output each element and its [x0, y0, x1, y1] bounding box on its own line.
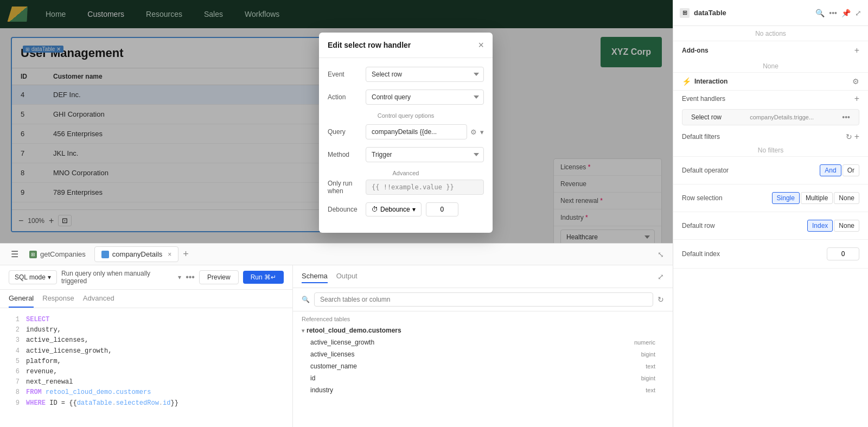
row-selection-btn-group: Single Multiple None: [772, 192, 859, 204]
event-handlers-section: Event handlers +: [673, 91, 868, 107]
default-row-label: Default row: [682, 222, 715, 230]
schema-field-row: industry text: [297, 384, 668, 396]
or-button[interactable]: Or: [843, 164, 859, 176]
no-actions-text: No actions: [755, 26, 786, 42]
right-panel-more-button[interactable]: •••: [829, 9, 837, 17]
sql-mode-chevron: ▾: [48, 273, 51, 281]
schema-field-row: active_licenses bigint: [297, 348, 668, 360]
default-filters-section: Default filters ↻ +: [673, 128, 868, 144]
right-side-panel: ⊞ dataTable 🔍 ••• 📌 ⤢ No actions Add-ons…: [673, 0, 868, 427]
bottom-panel: ☰ ⊞ getCompanies companyDetails × + ⤡ SQ…: [0, 243, 673, 427]
addons-add-button[interactable]: +: [854, 46, 859, 55]
modal-action-value: Control query: [366, 90, 484, 105]
modal-query-dropdown[interactable]: ▾: [480, 128, 484, 136]
code-line-8: 8 FROM retool_cloud_demo.customers: [9, 387, 284, 398]
tab-company-details[interactable]: companyDetails ×: [94, 246, 179, 262]
close-company-details-tab[interactable]: ×: [168, 251, 171, 258]
filter-refresh-button[interactable]: ↻: [846, 132, 852, 142]
modal-body: Event Select row Action Control query Co…: [319, 58, 493, 233]
db-name: retool_cloud_demo.customers: [307, 327, 401, 334]
add-query-button[interactable]: +: [183, 248, 189, 260]
sub-tab-advanced[interactable]: Advanced: [83, 290, 114, 308]
schema-tabs: Schema Output ⤢: [293, 265, 673, 288]
right-panel-pin-button[interactable]: 📌: [841, 9, 851, 17]
modal-advanced-label[interactable]: Advanced: [328, 170, 484, 176]
schema-field-name: id: [310, 374, 315, 382]
and-button[interactable]: And: [820, 164, 841, 176]
get-companies-label: getCompanies: [40, 250, 86, 258]
sub-tab-general[interactable]: General: [9, 290, 34, 308]
modal-method-select[interactable]: Trigger: [366, 147, 484, 162]
modal-close-button[interactable]: ×: [478, 40, 484, 50]
default-operator-label: Default operator: [682, 167, 729, 174]
modal-debounce-label: Debounce: [328, 206, 366, 213]
code-line-9: 9 WHERE ID = {{dataTable.selectedRow.id}…: [9, 398, 284, 409]
collapse-bottom-panel[interactable]: ⤡: [658, 250, 664, 259]
event-handlers-add-button[interactable]: +: [854, 94, 859, 104]
schema-field-name: industry: [310, 386, 333, 394]
filter-actions: ↻ +: [846, 132, 859, 142]
schema-refresh-button[interactable]: ↻: [658, 295, 664, 304]
debounce-chevron: ▾: [412, 206, 416, 213]
select-row-handler-value: companyDetails.trigge...: [750, 114, 814, 120]
code-editor[interactable]: 1 SELECT 2 industry, 3 active_licenses, …: [0, 308, 292, 427]
modal-debounce-input[interactable]: [426, 202, 458, 216]
default-row-section: Default row Index None: [673, 212, 868, 240]
modal-only-run-input[interactable]: [366, 180, 484, 195]
multiple-button[interactable]: Multiple: [801, 192, 833, 204]
tab-get-companies[interactable]: ⊞ getCompanies: [23, 247, 92, 262]
addons-none-text: None: [763, 58, 778, 74]
modal-event-select[interactable]: Select row: [366, 67, 484, 82]
query-tabs-menu-button[interactable]: ☰: [9, 247, 21, 262]
schema-search-input[interactable]: [314, 292, 653, 307]
filter-add-button[interactable]: +: [854, 132, 859, 142]
code-line-4: 4 active_license_growth,: [9, 346, 284, 356]
code-line-5: 5 platform,: [9, 356, 284, 367]
right-panel-widget-icon: ⊞: [680, 8, 690, 18]
interaction-settings-button[interactable]: ⚙: [852, 77, 859, 86]
default-index-input[interactable]: [827, 247, 859, 260]
default-row-btn-group: Index None: [807, 220, 859, 232]
query-editor: SQL mode ▾ Run query only when manually …: [0, 265, 293, 427]
modal-query-input[interactable]: [366, 124, 467, 139]
toolbar-more-button[interactable]: •••: [186, 272, 195, 282]
schema-tab-schema[interactable]: Schema: [302, 270, 328, 283]
schema-db-row[interactable]: ▾ retool_cloud_demo.customers: [297, 324, 668, 336]
query-panel-inner: SQL mode ▾ Run query only when manually …: [0, 265, 673, 427]
right-panel-search-button[interactable]: 🔍: [815, 9, 825, 17]
schema-fields: active_license_growth numeric active_lic…: [297, 336, 668, 396]
schema-expand-button[interactable]: ⤢: [658, 272, 664, 281]
run-button[interactable]: Run ⌘↵: [243, 271, 284, 284]
operator-btn-group: And Or: [820, 164, 859, 176]
schema-field-row: active_license_growth numeric: [297, 336, 668, 348]
no-actions-section: No actions: [673, 26, 868, 41]
default-index-section: Default index: [673, 240, 868, 269]
schema-field-row: customer_name text: [297, 360, 668, 372]
index-button[interactable]: Index: [807, 220, 833, 232]
row-selection-label: Row selection: [682, 194, 723, 202]
modal-action-select[interactable]: Control query: [366, 90, 484, 105]
preview-button[interactable]: Preview: [199, 270, 239, 284]
default-operator-row: Default operator And Or: [682, 161, 859, 180]
sub-tab-response[interactable]: Response: [42, 290, 74, 308]
modal-query-settings[interactable]: ⚙: [470, 128, 477, 136]
schema-tab-output[interactable]: Output: [336, 270, 358, 283]
default-row-row: Default row Index None: [682, 216, 859, 235]
code-line-6: 6 revenue,: [9, 367, 284, 377]
default-index-label: Default index: [682, 250, 720, 258]
row-selection-section: Row selection Single Multiple None: [673, 184, 868, 212]
get-companies-icon: ⊞: [29, 251, 37, 258]
single-button[interactable]: Single: [772, 192, 800, 204]
schema-field-name: active_license_growth: [310, 339, 374, 346]
right-panel-collapse-button[interactable]: ⤢: [855, 9, 861, 17]
handler-more-button[interactable]: •••: [842, 113, 850, 122]
none-default-button[interactable]: None: [834, 220, 859, 232]
modal-only-run-value: [366, 180, 484, 195]
select-row-handler-row[interactable]: Select row companyDetails.trigge... •••: [682, 109, 859, 125]
schema-field-type: text: [646, 363, 655, 369]
addons-section: Add-ons +: [673, 41, 868, 60]
schema-field-type: text: [646, 387, 655, 393]
modal-debounce-button[interactable]: ⏱ Debounce ▾: [366, 202, 422, 216]
sql-mode-button[interactable]: SQL mode ▾: [9, 270, 57, 284]
none-row-button[interactable]: None: [834, 192, 859, 204]
